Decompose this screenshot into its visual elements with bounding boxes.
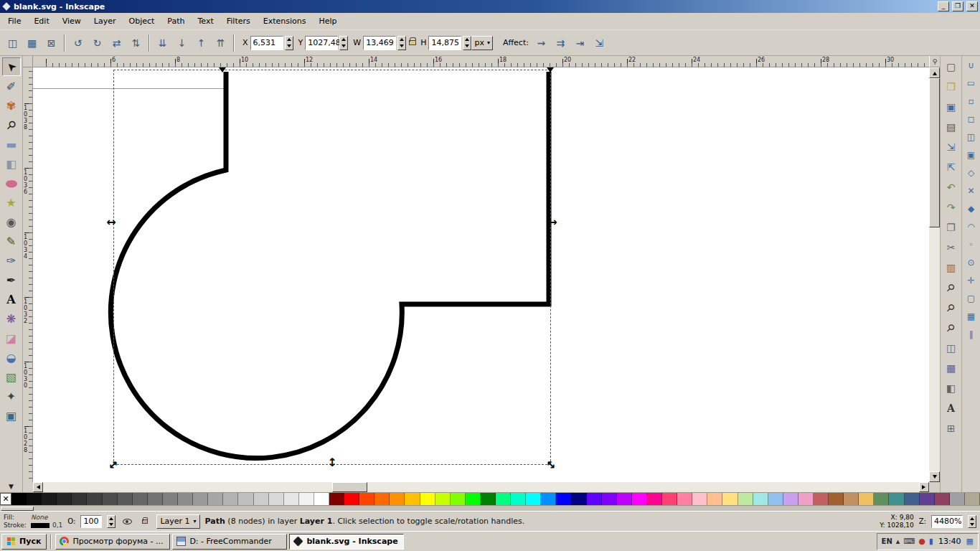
- x-spinner[interactable]: [285, 36, 293, 50]
- export-button[interactable]: ⇱: [943, 159, 960, 176]
- snap-intersections-button[interactable]: ✕: [964, 184, 979, 198]
- snap-rotation-center-button[interactable]: ✛: [964, 273, 979, 288]
- layer-lock-toggle[interactable]: [138, 515, 151, 528]
- fill-stroke-indicator[interactable]: Fill: None Stroke: 0,1: [4, 514, 62, 529]
- palette-swatch[interactable]: [526, 493, 541, 505]
- raise-button[interactable]: ↑: [192, 34, 211, 52]
- palette-swatch[interactable]: [27, 493, 42, 505]
- lock-ratio-toggle[interactable]: [406, 36, 419, 50]
- palette-swatch[interactable]: [405, 493, 420, 505]
- palette-swatch[interactable]: [874, 493, 889, 505]
- vertical-ruler[interactable]: 103810361034103210301028: [23, 67, 33, 482]
- paint-bucket-tool[interactable]: ◒: [2, 348, 21, 367]
- palette-swatch[interactable]: [783, 493, 798, 505]
- calligraphy-tool[interactable]: ✒: [2, 270, 21, 289]
- antivirus-icon[interactable]: ●: [918, 537, 925, 545]
- palette-swatch[interactable]: [496, 493, 511, 505]
- keyboard-icon[interactable]: ⌨: [903, 537, 915, 545]
- zoom-selection-button[interactable]: ⚲: [943, 279, 960, 296]
- height-spinner[interactable]: [463, 36, 471, 50]
- zoom-spinner[interactable]: [968, 515, 976, 528]
- palette-swatch[interactable]: [647, 493, 662, 505]
- print-button[interactable]: ▤: [943, 118, 960, 136]
- palette-swatch[interactable]: [707, 493, 722, 505]
- zoom-drawing-button[interactable]: ⚲: [943, 299, 960, 316]
- horizontal-scroll-thumb[interactable]: [332, 482, 367, 492]
- affect-patterns-button[interactable]: ⇲: [590, 34, 609, 52]
- copy-button[interactable]: ❐: [943, 219, 960, 236]
- paste-button[interactable]: ▥: [943, 259, 960, 276]
- palette-swatch[interactable]: [359, 493, 374, 505]
- palette-swatch[interactable]: [829, 493, 844, 505]
- scale-handle-right[interactable]: ↔: [547, 217, 557, 228]
- layer-visibility-toggle[interactable]: [121, 515, 133, 528]
- menu-view[interactable]: View: [56, 14, 88, 29]
- tweak-tool[interactable]: ✾: [2, 96, 21, 115]
- grid-button[interactable]: ▦: [943, 359, 960, 377]
- horizontal-ruler[interactable]: 681012141618202224262830: [33, 56, 929, 67]
- palette-swatch[interactable]: [208, 493, 223, 505]
- stroke-width-value[interactable]: 0,1: [52, 522, 62, 529]
- new-document-button[interactable]: ▢: [943, 58, 960, 75]
- stroke-color-swatch[interactable]: [31, 523, 50, 528]
- snap-nodes-button[interactable]: ◇: [964, 166, 979, 180]
- menu-edit[interactable]: Edit: [27, 14, 55, 29]
- affect-stroke-button[interactable]: ⇝: [532, 34, 551, 52]
- palette-swatch[interactable]: [722, 493, 738, 505]
- palette-swatch[interactable]: [859, 493, 874, 505]
- ellipse-tool[interactable]: ●: [2, 174, 21, 192]
- rotate-ccw-button[interactable]: ↺: [68, 34, 88, 52]
- palette-swatch[interactable]: [677, 493, 692, 505]
- pencil-tool[interactable]: ✎: [2, 232, 21, 250]
- snap-cusp-nodes-button[interactable]: ◆: [964, 202, 979, 216]
- y-input[interactable]: 1027,48: [305, 36, 338, 50]
- flip-vertical-button[interactable]: ⇅: [126, 34, 146, 52]
- palette-swatch[interactable]: [299, 493, 314, 505]
- palette-swatch[interactable]: [844, 493, 859, 505]
- affect-gradients-button[interactable]: ⇥: [570, 34, 590, 52]
- save-document-button[interactable]: ▣: [943, 98, 960, 116]
- palette-swatch[interactable]: [451, 493, 466, 505]
- inkscape-window-icon[interactable]: [2, 2, 11, 11]
- horizontal-scroll-track[interactable]: [43, 482, 919, 492]
- language-indicator[interactable]: EN: [882, 537, 892, 545]
- flip-horizontal-button[interactable]: ⇄: [107, 34, 126, 52]
- scheduler-icon[interactable]: ▮: [929, 537, 933, 545]
- scroll-right-button[interactable]: [919, 482, 929, 492]
- scale-handle-left[interactable]: ↔: [106, 217, 116, 228]
- palette-swatch[interactable]: [420, 493, 435, 505]
- palette-scrollbar[interactable]: [0, 505, 980, 511]
- palette-swatch[interactable]: [889, 493, 904, 505]
- palette-swatch[interactable]: [935, 493, 950, 505]
- dropper-tool[interactable]: ✦: [2, 387, 21, 405]
- fill-stroke-dialog-button[interactable]: ◧: [943, 380, 960, 397]
- palette-swatch[interactable]: [920, 493, 935, 505]
- select-all-button[interactable]: ◫: [3, 34, 22, 52]
- snap-guides-button[interactable]: ∥: [964, 327, 979, 342]
- lower-button[interactable]: ↓: [172, 34, 192, 52]
- opacity-spinner[interactable]: [107, 515, 116, 528]
- gradient-tool[interactable]: ▧: [2, 367, 21, 386]
- palette-swatch[interactable]: [72, 493, 87, 505]
- palette-swatch[interactable]: [284, 493, 299, 505]
- text-dialog-button[interactable]: A: [943, 400, 960, 417]
- fill-value[interactable]: None: [31, 514, 47, 522]
- palette-swatch[interactable]: [814, 493, 829, 505]
- toolbox-overflow-button[interactable]: ▼: [9, 483, 14, 492]
- palette-swatch[interactable]: [223, 493, 238, 505]
- palette-swatch[interactable]: [587, 493, 602, 505]
- scroll-down-button[interactable]: [929, 471, 940, 482]
- zoom-tool[interactable]: ⚲: [2, 116, 21, 134]
- menu-layer[interactable]: Layer: [88, 14, 123, 29]
- palette-swatch[interactable]: [571, 493, 586, 505]
- menu-path[interactable]: Path: [161, 14, 191, 29]
- duplicate-button[interactable]: ◫: [943, 339, 960, 357]
- raise-to-top-button[interactable]: ⇈: [211, 34, 230, 52]
- height-input[interactable]: 14,875: [428, 36, 461, 50]
- palette-swatch[interactable]: [238, 493, 253, 505]
- calendar-icon[interactable]: ▦: [966, 537, 974, 545]
- x-input[interactable]: 6,531: [250, 36, 283, 50]
- palette-swatch[interactable]: [965, 493, 980, 505]
- close-button[interactable]: ✕: [966, 1, 978, 11]
- deselect-button[interactable]: ⊠: [42, 34, 61, 52]
